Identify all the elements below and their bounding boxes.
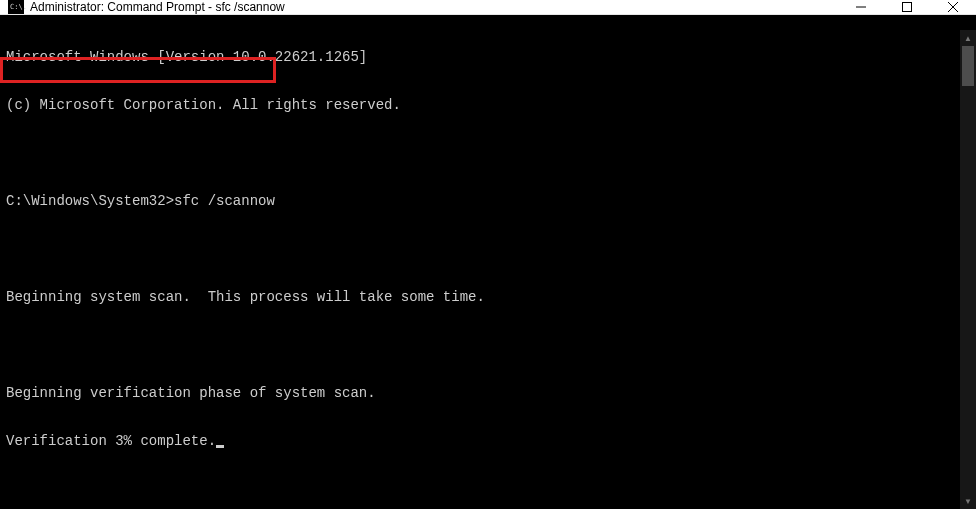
prompt-line: C:\Windows\System32>sfc /scannow <box>6 193 970 209</box>
terminal-area[interactable]: Microsoft Windows [Version 10.0.22621.12… <box>0 15 976 509</box>
command-prompt-window: C:\. Administrator: Command Prompt - sfc… <box>0 0 976 509</box>
text-cursor <box>216 445 224 448</box>
window-controls <box>838 0 976 14</box>
maximize-button[interactable] <box>884 0 930 14</box>
scroll-down-arrow-icon[interactable]: ▼ <box>960 493 976 509</box>
cmd-icon: C:\. <box>8 0 24 14</box>
output-line: (c) Microsoft Corporation. All rights re… <box>6 97 970 113</box>
output-line: Beginning verification phase of system s… <box>6 385 970 401</box>
progress-text: Verification 3% complete. <box>6 433 216 449</box>
window-title: Administrator: Command Prompt - sfc /sca… <box>30 0 838 14</box>
scrollbar-thumb[interactable] <box>962 46 974 86</box>
output-line: Beginning system scan. This process will… <box>6 289 970 305</box>
scrollbar-track[interactable] <box>960 46 976 493</box>
output-line: Verification 3% complete. <box>6 433 970 449</box>
blank-line <box>6 337 970 353</box>
svg-rect-1 <box>903 3 912 12</box>
vertical-scrollbar[interactable]: ▲ ▼ <box>960 30 976 509</box>
titlebar[interactable]: C:\. Administrator: Command Prompt - sfc… <box>0 0 976 15</box>
maximize-icon <box>902 2 912 12</box>
cmd-icon-text: C:\. <box>10 4 27 11</box>
scroll-up-arrow-icon[interactable]: ▲ <box>960 30 976 46</box>
close-button[interactable] <box>930 0 976 14</box>
minimize-button[interactable] <box>838 0 884 14</box>
close-icon <box>948 2 958 12</box>
blank-line <box>6 145 970 161</box>
minimize-icon <box>856 2 866 12</box>
blank-line <box>6 241 970 257</box>
output-line: Microsoft Windows [Version 10.0.22621.12… <box>6 49 970 65</box>
